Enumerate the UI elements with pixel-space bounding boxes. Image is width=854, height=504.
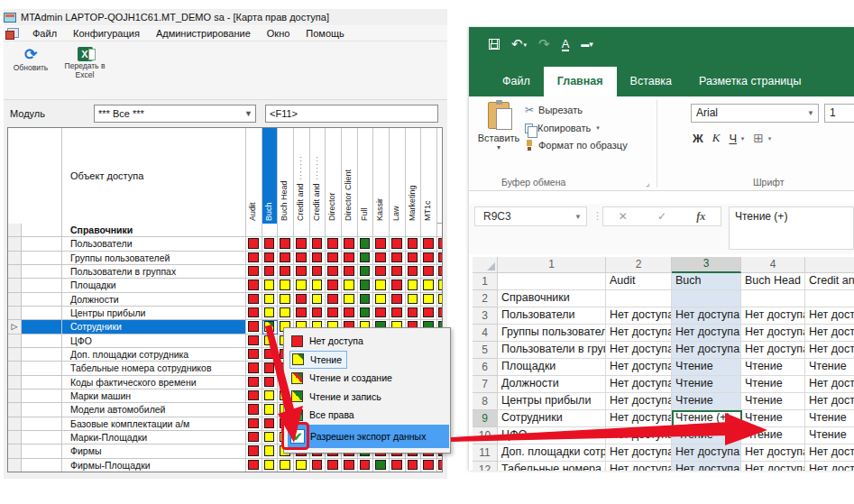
sheet-cell[interactable]: Чтение [741, 376, 805, 393]
sheet-cell[interactable] [741, 290, 805, 307]
row-marker[interactable] [8, 376, 22, 389]
export-allowed-option[interactable]: ✔ Разрешен экспорт данных [288, 425, 449, 448]
access-cell[interactable] [406, 252, 422, 265]
customize-qat-icon[interactable]: ▬▾ [581, 40, 593, 49]
sheet-cell[interactable]: Чтение [805, 427, 854, 444]
access-cell[interactable] [421, 293, 437, 307]
access-cell[interactable] [373, 265, 390, 279]
sheet-cell[interactable]: Чтение [805, 410, 854, 427]
access-cell[interactable] [278, 252, 294, 265]
access-cell[interactable] [373, 293, 390, 307]
row-marker[interactable] [8, 265, 22, 279]
access-cell[interactable] [246, 459, 262, 472]
access-cell[interactable] [358, 265, 374, 279]
sheet-cell[interactable]: Нет доступа [606, 307, 672, 325]
legend-item-all[interactable]: Все права [289, 406, 359, 425]
access-object-label[interactable]: Базовые комплектации а/м [62, 417, 246, 431]
sheet-cell[interactable]: Нет доступа [741, 325, 805, 342]
module-select[interactable]: *** Все *** ▼ [94, 105, 256, 123]
sheet-cell[interactable]: Нет доступа [741, 307, 805, 325]
access-object-label[interactable]: Марки-Площадки [62, 431, 246, 444]
underline-button[interactable]: Ч ▾ [729, 132, 744, 145]
access-cell[interactable] [358, 279, 374, 292]
legend-item-read[interactable]: Чтение [289, 351, 347, 370]
tab-главная[interactable]: Главная [544, 67, 617, 96]
access-cell[interactable] [246, 431, 262, 444]
row-header-11[interactable]: 11 [473, 444, 498, 462]
access-object-label[interactable]: Фирмы [62, 444, 246, 458]
hotkey-filter-field[interactable]: <F11> [265, 105, 438, 123]
access-object-label[interactable]: Доп. площадки сотрудника [62, 348, 246, 362]
borders-button[interactable]: ⊞ ▾ [753, 131, 771, 145]
menu-item-файл[interactable]: Файл [24, 26, 65, 41]
sheet-cell[interactable]: Нет доступа [606, 342, 672, 359]
access-cell[interactable] [373, 237, 390, 251]
access-object-label[interactable]: Марки машин [62, 389, 246, 403]
sheet-cell[interactable]: Нет доступа [606, 427, 672, 444]
access-cell[interactable] [246, 279, 262, 292]
access-cell[interactable] [406, 237, 422, 251]
access-cell[interactable] [310, 252, 326, 265]
access-cell[interactable] [421, 252, 437, 265]
access-cell[interactable] [310, 224, 326, 237]
access-object-label[interactable]: Табельные номера сотрудников [62, 362, 246, 375]
access-cell[interactable] [358, 293, 374, 307]
row-marker[interactable] [8, 293, 22, 307]
access-cell[interactable] [278, 237, 294, 251]
access-cell[interactable] [262, 431, 279, 444]
menu-item-помощь[interactable]: Помощь [298, 26, 353, 41]
sheet-cell[interactable]: Нет доступа [606, 393, 672, 410]
copy-button[interactable]: Копировать ▾ [525, 123, 628, 133]
access-cell[interactable] [406, 307, 422, 320]
access-cell[interactable] [246, 444, 262, 458]
undo-icon[interactable]: ↶▾ [511, 36, 527, 52]
sheet-cell[interactable]: Нет доступа [805, 462, 854, 471]
access-cell[interactable] [326, 237, 342, 251]
access-cell[interactable] [246, 320, 262, 334]
legend-item-read-create[interactable]: Чтение и создание [289, 369, 397, 388]
access-cell[interactable] [406, 265, 422, 279]
row-marker[interactable] [8, 444, 22, 458]
access-cell[interactable] [326, 459, 342, 472]
row-header-9[interactable]: 9 [473, 410, 498, 427]
sheet-cell[interactable]: Нет доступа [606, 359, 672, 376]
sheet-cell[interactable]: Чтение [672, 376, 741, 393]
access-cell[interactable] [262, 334, 279, 348]
access-cell[interactable] [246, 224, 262, 237]
access-cell[interactable] [326, 252, 342, 265]
access-cell[interactable] [262, 252, 279, 265]
column-header-law[interactable]: Law [390, 128, 406, 224]
paste-button[interactable]: Вставить ▾ [476, 102, 521, 174]
font-size-select[interactable]: 1 [824, 104, 854, 123]
sheet-cell[interactable]: Нет доступа [606, 376, 672, 393]
row-header-2[interactable]: 2 [473, 290, 498, 307]
confirm-entry-icon[interactable]: ✓ [657, 210, 666, 223]
insert-function-icon[interactable]: fx [696, 210, 705, 224]
sheet-cell[interactable]: Нет доступа [606, 410, 672, 427]
access-cell[interactable] [262, 237, 279, 251]
column-header-1[interactable]: 1 [498, 257, 606, 273]
sheet-cell[interactable]: Должности [498, 376, 606, 393]
sheet-cell[interactable]: Нет доступа [805, 393, 854, 410]
access-cell[interactable] [294, 293, 310, 307]
access-cell[interactable] [294, 307, 310, 320]
sheet-cell[interactable] [805, 290, 854, 307]
access-cell[interactable] [246, 265, 262, 279]
access-cell[interactable] [326, 224, 342, 237]
column-header-credit-and[interactable]: Credit and [310, 128, 326, 224]
tab-вставка[interactable]: Вставка [617, 67, 685, 96]
access-cell[interactable] [246, 334, 262, 348]
sheet-cell[interactable]: Нет доступа [672, 325, 741, 342]
access-cell[interactable] [262, 279, 279, 292]
access-object-label[interactable]: Коды фактического времени [62, 376, 246, 389]
access-cell[interactable] [421, 459, 437, 472]
font-name-select[interactable]: Arial ▼ [691, 104, 819, 123]
column-header-mt1c[interactable]: MT1c [421, 128, 437, 224]
access-cell[interactable] [310, 459, 326, 472]
access-cell[interactable] [373, 279, 390, 292]
access-cell[interactable] [294, 224, 310, 237]
access-cell[interactable] [390, 224, 406, 237]
access-cell[interactable] [310, 307, 326, 320]
access-cell[interactable] [358, 237, 374, 251]
sheet-cell[interactable]: Чтение [805, 359, 854, 376]
